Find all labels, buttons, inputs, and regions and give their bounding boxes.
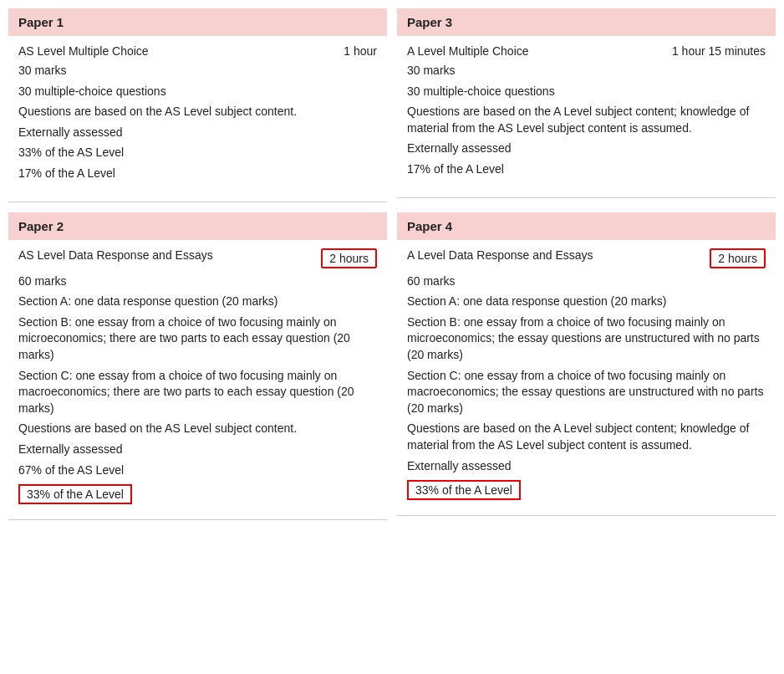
paper-header-row-paper2: AS Level Data Response and Essays2 hours: [18, 248, 377, 268]
paper-detail-paper3-0: 30 marks: [407, 63, 766, 79]
paper-header-row-paper4: A Level Data Response and Essays2 hours: [407, 248, 766, 268]
paper-detail-paper4-0: 60 marks: [407, 273, 766, 290]
paper-divider-paper3: [397, 197, 776, 198]
paper-detail-paper4-5: Externally assessed: [407, 458, 766, 475]
paper-duration-paper1: 1 hour: [344, 44, 377, 58]
paper-body-paper2: AS Level Data Response and Essays2 hours…: [8, 240, 387, 513]
paper-header-row-paper1: AS Level Multiple Choice1 hour: [18, 44, 377, 58]
paper-detail-paper1-1: 30 multiple-choice questions: [18, 84, 377, 100]
paper-detail-paper2-1: Section A: one data response question (2…: [18, 294, 377, 310]
papers-grid: Paper 1AS Level Multiple Choice1 hour30 …: [8, 8, 776, 520]
paper-detail-paper1-2: Questions are based on the AS Level subj…: [18, 104, 377, 120]
paper-detail-paper1-5: 17% of the A Level: [18, 166, 377, 182]
paper-detail-paper3-2: Questions are based on the A Level subje…: [407, 104, 766, 136]
paper-card-paper1: Paper 1AS Level Multiple Choice1 hour30 …: [8, 8, 387, 202]
paper-title-paper2: Paper 2: [8, 212, 387, 240]
paper-duration-paper3: 1 hour 15 minutes: [672, 44, 766, 58]
paper-divider-paper4: [397, 515, 776, 516]
paper-title-paper3: Paper 3: [397, 8, 776, 36]
paper-body-paper1: AS Level Multiple Choice1 hour30 marks30…: [8, 36, 387, 195]
paper-detail-paper1-4: 33% of the AS Level: [18, 145, 377, 161]
paper-divider-paper2: [8, 519, 387, 520]
paper-card-paper2: Paper 2AS Level Data Response and Essays…: [8, 212, 387, 521]
paper-card-paper4: Paper 4A Level Data Response and Essays2…: [397, 212, 776, 521]
paper-subject-paper3: A Level Multiple Choice: [407, 44, 664, 58]
paper-duration-paper4: 2 hours: [710, 248, 766, 268]
paper-detail-paper2-2: Section B: one essay from a choice of tw…: [18, 314, 377, 364]
paper-subject-paper4: A Level Data Response and Essays: [407, 248, 701, 262]
paper-subject-paper2: AS Level Data Response and Essays: [18, 248, 313, 262]
paper-subject-paper1: AS Level Multiple Choice: [18, 44, 335, 58]
paper-footer-paper4: 33% of the A Level: [407, 480, 521, 500]
paper-detail-paper3-3: Externally assessed: [407, 140, 766, 157]
paper-footer-paper2: 33% of the A Level: [18, 484, 132, 504]
paper-detail-paper3-4: 17% of the A Level: [407, 161, 766, 178]
paper-duration-paper2: 2 hours: [321, 248, 377, 268]
paper-detail-paper2-6: 67% of the AS Level: [18, 462, 377, 479]
paper-detail-paper4-1: Section A: one data response question (2…: [407, 294, 766, 310]
paper-body-paper4: A Level Data Response and Essays2 hours6…: [397, 240, 776, 509]
paper-divider-paper1: [8, 202, 387, 202]
paper-detail-paper3-1: 30 multiple-choice questions: [407, 84, 766, 100]
paper-card-paper3: Paper 3A Level Multiple Choice1 hour 15 …: [397, 8, 776, 202]
paper-detail-paper1-3: Externally assessed: [18, 125, 377, 141]
paper-detail-paper2-0: 60 marks: [18, 273, 377, 290]
paper-detail-paper2-4: Questions are based on the AS Level subj…: [18, 421, 377, 437]
paper-detail-paper2-3: Section C: one essay from a choice of tw…: [18, 368, 377, 417]
paper-detail-paper4-2: Section B: one essay from a choice of tw…: [407, 314, 766, 364]
paper-detail-paper2-5: Externally assessed: [18, 442, 377, 458]
paper-title-paper1: Paper 1: [8, 8, 387, 36]
paper-title-paper4: Paper 4: [397, 212, 776, 240]
paper-detail-paper1-0: 30 marks: [18, 63, 377, 79]
paper-detail-paper4-4: Questions are based on the A Level subje…: [407, 421, 766, 453]
paper-detail-paper4-3: Section C: one essay from a choice of tw…: [407, 368, 766, 417]
paper-body-paper3: A Level Multiple Choice1 hour 15 minutes…: [397, 36, 776, 191]
paper-header-row-paper3: A Level Multiple Choice1 hour 15 minutes: [407, 44, 766, 58]
